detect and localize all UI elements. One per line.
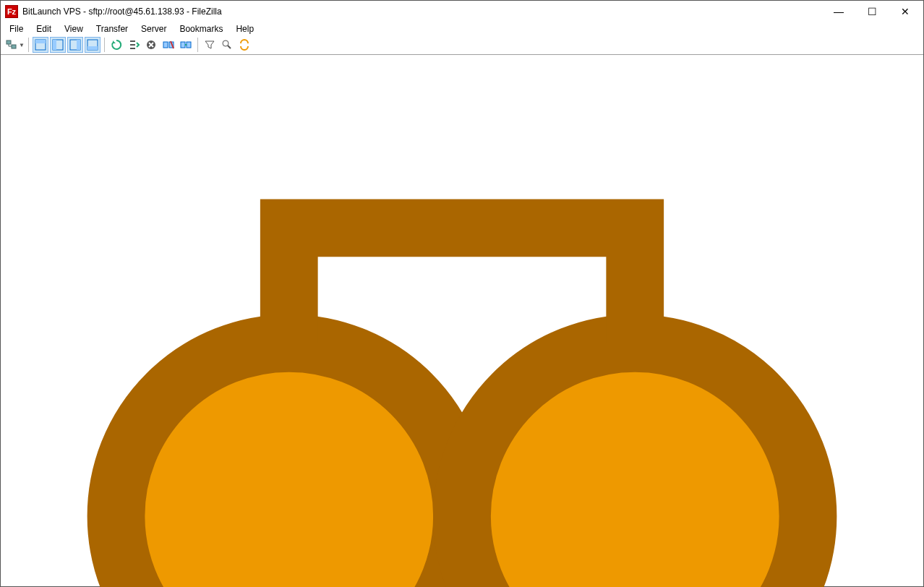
window-title: BitLaunch VPS - sftp://root@45.61.138.93… bbox=[22, 7, 822, 17]
svg-rect-11 bbox=[163, 42, 168, 48]
filter-button[interactable] bbox=[202, 37, 218, 53]
disconnect-button[interactable] bbox=[161, 37, 176, 53]
app-icon: Fz bbox=[5, 5, 18, 18]
search-button[interactable] bbox=[1, 55, 923, 587]
cancel-button[interactable] bbox=[143, 37, 159, 53]
menubar: File Edit View Transfer Server Bookmarks… bbox=[1, 22, 923, 35]
svg-point-17 bbox=[462, 343, 808, 587]
svg-rect-3 bbox=[35, 40, 46, 43]
refresh-button[interactable] bbox=[108, 37, 124, 53]
minimize-button[interactable]: — bbox=[822, 1, 855, 22]
svg-rect-5 bbox=[53, 40, 56, 50]
menu-view[interactable]: View bbox=[59, 22, 89, 35]
compare-button[interactable] bbox=[219, 37, 235, 53]
menu-server[interactable]: Server bbox=[135, 22, 172, 35]
process-queue-button[interactable] bbox=[126, 37, 142, 53]
svg-rect-7 bbox=[77, 40, 80, 50]
svg-rect-13 bbox=[181, 42, 185, 48]
close-button[interactable]: ✕ bbox=[889, 1, 922, 22]
menu-transfer[interactable]: Transfer bbox=[90, 22, 134, 35]
menu-edit[interactable]: Edit bbox=[30, 22, 57, 35]
svg-rect-9 bbox=[87, 46, 98, 50]
menu-bookmarks[interactable]: Bookmarks bbox=[174, 22, 228, 35]
toggle-remote-tree-button[interactable] bbox=[67, 37, 83, 53]
svg-rect-1 bbox=[12, 45, 16, 48]
toggle-local-tree-button[interactable] bbox=[50, 37, 66, 53]
maximize-button[interactable]: ☐ bbox=[855, 1, 889, 22]
svg-rect-14 bbox=[187, 42, 191, 48]
svg-rect-0 bbox=[7, 40, 11, 44]
reconnect-button[interactable] bbox=[178, 37, 194, 53]
menu-file[interactable]: File bbox=[4, 22, 29, 35]
svg-point-15 bbox=[223, 40, 228, 46]
toggle-queue-button[interactable] bbox=[85, 37, 100, 53]
svg-point-16 bbox=[116, 343, 463, 587]
sync-browse-button[interactable] bbox=[236, 37, 252, 53]
site-manager-button[interactable] bbox=[4, 37, 20, 53]
toolbar: ▼ bbox=[1, 35, 923, 55]
titlebar: Fz BitLaunch VPS - sftp://root@45.61.138… bbox=[1, 1, 923, 22]
menu-help[interactable]: Help bbox=[230, 22, 260, 35]
toggle-log-button[interactable] bbox=[33, 37, 48, 53]
